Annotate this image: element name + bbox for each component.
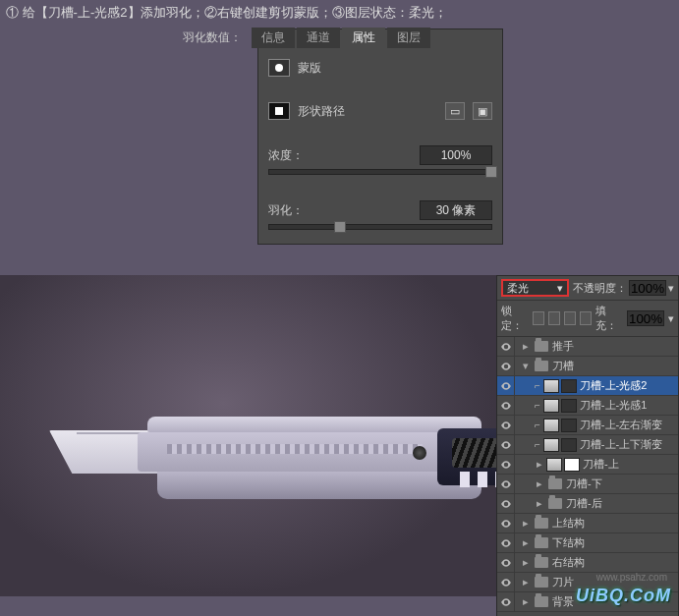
mask-thumbnail[interactable] (561, 419, 577, 432)
layers-top-row: 柔光▾ 不透明度： ▾ (497, 276, 678, 301)
disclosure-triangle-icon[interactable]: ▸ (535, 497, 544, 510)
visibility-eye-icon[interactable] (497, 357, 515, 375)
layer-row[interactable]: ⌐刀槽-上-左右渐变 (497, 416, 678, 435)
tab-info[interactable]: 信息 (252, 28, 295, 48)
chevron-down-icon[interactable]: ▾ (668, 282, 674, 295)
layer-row[interactable]: ⌐刀槽-上-光感2 (497, 376, 678, 396)
opacity-control: 不透明度： ▾ (573, 280, 674, 296)
disclosure-triangle-icon[interactable]: ▸ (521, 576, 531, 588)
visibility-eye-icon[interactable] (497, 337, 515, 356)
feather-slider[interactable] (268, 224, 492, 230)
layer-row[interactable]: ⌐刀槽-上-光感1 (497, 396, 678, 416)
feather-input[interactable] (420, 200, 492, 220)
disclosure-triangle-icon[interactable]: ▸ (521, 595, 531, 608)
visibility-eye-icon[interactable] (497, 533, 515, 552)
layer-thumbnail[interactable] (543, 399, 559, 413)
layer-group-row[interactable]: ▾刀槽 (497, 357, 678, 376)
lock-pixels-icon[interactable] (548, 311, 560, 325)
density-slider[interactable] (268, 169, 492, 175)
visibility-eye-icon[interactable] (497, 514, 515, 532)
layer-group-row[interactable]: ▸上结构 (497, 514, 678, 533)
visibility-eye-icon[interactable] (497, 455, 515, 474)
visibility-eye-icon[interactable] (497, 435, 515, 454)
layer-group-row[interactable]: ▸刀槽-下 (497, 475, 678, 494)
layer-group-row[interactable]: ▸右结构 (497, 553, 678, 573)
layer-list: ▸推手▾刀槽⌐刀槽-上-光感2⌐刀槽-上-光感1⌐刀槽-上-左右渐变⌐刀槽-上-… (497, 337, 678, 612)
layer-name[interactable]: 刀槽-下 (566, 476, 674, 491)
visibility-eye-icon[interactable] (497, 475, 515, 493)
mask-thumbnail[interactable] (561, 379, 577, 393)
layer-thumbnail[interactable] (543, 419, 559, 432)
layer-row[interactable]: ⌐刀槽-上-上下渐变 (497, 435, 678, 455)
visibility-eye-icon[interactable] (497, 416, 515, 434)
visibility-eye-icon[interactable] (497, 592, 515, 611)
layer-name[interactable]: 刀槽-上-左右渐变 (580, 418, 674, 432)
lock-position-icon[interactable] (564, 311, 576, 325)
layer-name[interactable]: 刀槽-上 (583, 457, 674, 472)
disclosure-triangle-icon[interactable]: ▸ (535, 477, 544, 490)
disclosure-triangle-icon[interactable]: ▸ (521, 517, 531, 530)
tab-properties[interactable]: 属性 (342, 28, 385, 48)
tab-layers[interactable]: 图层 (387, 28, 430, 48)
layer-name[interactable]: 推手 (552, 339, 674, 354)
layer-thumbnail[interactable] (543, 379, 559, 393)
layer-name[interactable]: 上结构 (552, 516, 674, 531)
layer-name[interactable]: 刀槽-上-光感1 (580, 398, 674, 413)
layer-name[interactable]: 刀槽-后 (566, 496, 674, 511)
disclosure-triangle-icon[interactable]: ▸ (521, 340, 531, 353)
layer-name[interactable]: 刀槽 (552, 359, 674, 373)
layer-group-row[interactable]: ▸下结构 (497, 533, 678, 553)
folder-icon (535, 518, 548, 529)
layer-group-row[interactable]: ▸推手 (497, 337, 678, 357)
path-operations-icon[interactable]: ▭ (445, 102, 465, 120)
folder-icon (535, 361, 548, 371)
folder-icon (535, 537, 548, 548)
fill-input[interactable] (627, 310, 664, 326)
layer-name[interactable]: 下结构 (552, 535, 674, 550)
clip-mask-indicator-icon: ⌐ (535, 380, 540, 391)
fill-label: 填充： (595, 304, 623, 333)
visibility-eye-icon[interactable] (497, 553, 515, 572)
properties-panel: 蒙版 形状路径 ▭ ▣ 浓度： 羽化： (257, 28, 503, 245)
folder-icon (548, 498, 562, 509)
density-input[interactable] (420, 145, 492, 165)
visibility-eye-icon[interactable] (497, 494, 515, 513)
layer-thumbnail[interactable] (546, 458, 562, 472)
lock-label: 锁定： (501, 304, 529, 333)
layer-row[interactable]: ▸刀槽-上 (497, 455, 678, 475)
lock-transparency-icon[interactable] (533, 311, 544, 325)
disclosure-triangle-icon[interactable]: ▸ (535, 458, 544, 471)
mask-thumbnail[interactable] (564, 458, 580, 472)
knife-artwork (49, 403, 481, 511)
tab-channels[interactable]: 通道 (297, 28, 340, 48)
blend-mode-select[interactable]: 柔光▾ (501, 279, 569, 297)
mask-icon[interactable] (268, 59, 290, 77)
visibility-eye-icon[interactable] (497, 396, 515, 415)
disclosure-triangle-icon[interactable]: ▸ (521, 536, 531, 549)
canvas-preview[interactable] (0, 275, 496, 596)
density-label: 浓度： (268, 147, 313, 164)
layer-name[interactable]: 刀槽-上-光感2 (580, 378, 674, 393)
visibility-eye-icon[interactable] (497, 376, 515, 395)
layer-name[interactable]: 右结构 (552, 555, 674, 570)
clip-mask-indicator-icon: ⌐ (535, 400, 540, 411)
lock-all-icon[interactable] (580, 311, 592, 325)
density-row: 浓度： (268, 145, 492, 165)
chevron-down-icon[interactable]: ▾ (668, 312, 674, 325)
disclosure-triangle-icon[interactable]: ▸ (521, 556, 531, 569)
folder-icon (535, 577, 548, 588)
layers-lock-row: 锁定： 填充： ▾ (497, 301, 678, 337)
layer-group-row[interactable]: ▸刀槽-后 (497, 494, 678, 514)
layer-thumbnail[interactable] (543, 438, 559, 452)
folder-icon (535, 341, 548, 352)
feather-header-row: 羽化数值： 信息 通道 属性 图层 (177, 26, 679, 50)
layer-name[interactable]: 刀槽-上-上下渐变 (580, 437, 674, 452)
opacity-input[interactable] (629, 280, 666, 296)
visibility-eye-icon[interactable] (497, 573, 515, 591)
disclosure-triangle-icon[interactable]: ▾ (521, 360, 531, 372)
align-edges-icon[interactable]: ▣ (473, 102, 492, 120)
mask-thumbnail[interactable] (561, 438, 577, 452)
shape-swatch[interactable] (268, 102, 290, 120)
opacity-label: 不透明度： (573, 281, 627, 296)
mask-thumbnail[interactable] (561, 399, 577, 413)
